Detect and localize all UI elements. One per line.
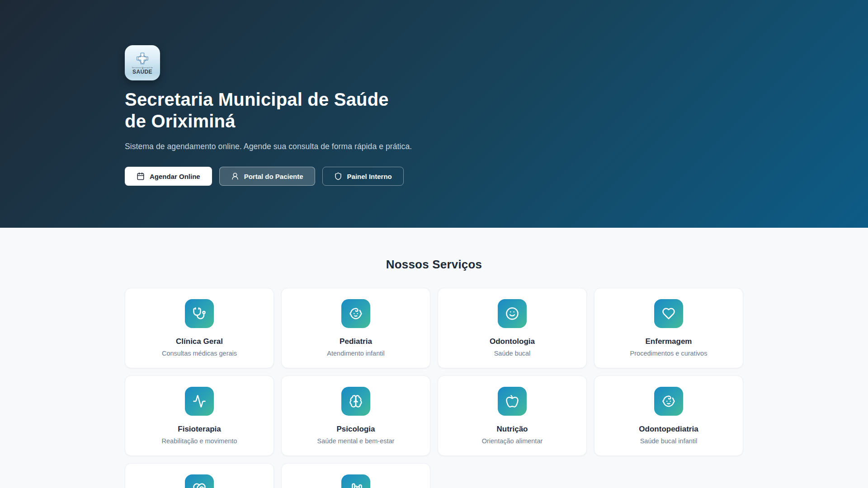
service-card[interactable]: Psicologia Saúde mental e bem-estar [281,375,430,456]
brain-icon [341,387,370,416]
service-card-subtitle: Saúde bucal infantil [602,437,736,445]
service-card[interactable]: Odontopediatria Saúde bucal infantil [594,375,743,456]
baby-icon [654,387,683,416]
hand-metal-icon [341,474,370,488]
service-card[interactable]: Enfermagem Procedimentos e curativos [594,288,743,368]
service-card-subtitle: Reabilitação e movimento [132,437,266,445]
apple-icon [498,387,527,416]
logo-word: SAÚDE [132,69,152,75]
service-card-title: Odontologia [445,337,579,346]
baby-icon [341,299,370,328]
service-card-subtitle: Procedimentos e curativos [602,350,736,357]
service-card-subtitle: Orientação alimentar [445,437,579,445]
service-card-title: Nutrição [445,425,579,434]
service-card-title: Psicologia [289,425,423,434]
services-heading: Nossos Serviços [125,258,743,272]
services-grid: Clínica Geral Consultas médicas gerais P… [125,288,743,488]
heart-handshake-icon [185,474,214,488]
service-card-title: Pediatria [289,337,423,346]
user-icon [231,172,239,180]
service-card-title: Fisioterapia [132,425,266,434]
calendar-icon [137,172,145,180]
service-card[interactable]: Nutrição Orientação alimentar [438,375,587,456]
service-card-subtitle: Saúde bucal [445,350,579,357]
service-card-title: Clínica Geral [132,337,266,346]
service-card[interactable] [281,463,430,488]
painel-interno-button[interactable]: Painel Interno [322,167,404,186]
painel-interno-label: Painel Interno [347,173,392,180]
service-card-subtitle: Saúde mental e bem-estar [289,437,423,445]
smile-icon [498,299,527,328]
hero-actions: Agendar Online Portal do Paciente Painel… [125,167,743,186]
shield-icon [334,172,342,180]
service-card[interactable]: Pediatria Atendimento infantil [281,288,430,368]
service-card[interactable]: Fisioterapia Reabilitação e movimento [125,375,274,456]
service-card-subtitle: Atendimento infantil [289,350,423,357]
portal-do-paciente-label: Portal do Paciente [244,173,303,180]
service-card[interactable] [125,463,274,488]
service-card[interactable]: Odontologia Saúde bucal [438,288,587,368]
hero-section: Secretaria Municipal de SAÚDE Secretaria… [0,0,868,228]
service-card[interactable]: Clínica Geral Consultas médicas gerais [125,288,274,368]
services-section: Nossos Serviços Clínica Geral Consultas … [0,228,868,488]
service-card-subtitle: Consultas médicas gerais [132,350,266,357]
service-card-title: Odontopediatria [602,425,736,434]
health-department-logo: Secretaria Municipal de SAÚDE [125,45,160,80]
service-card-title: Enfermagem [602,337,736,346]
heart-icon [654,299,683,328]
stethoscope-icon [185,299,214,328]
activity-icon [185,387,214,416]
hero-subtitle: Sistema de agendamento online. Agende su… [125,142,743,151]
agendar-online-button[interactable]: Agendar Online [125,167,212,186]
portal-do-paciente-button[interactable]: Portal do Paciente [219,167,315,186]
agendar-online-label: Agendar Online [150,173,200,180]
page-title: Secretaria Municipal de Saúde de Oriximi… [125,89,396,132]
cross-heart-logo-icon [135,51,150,66]
